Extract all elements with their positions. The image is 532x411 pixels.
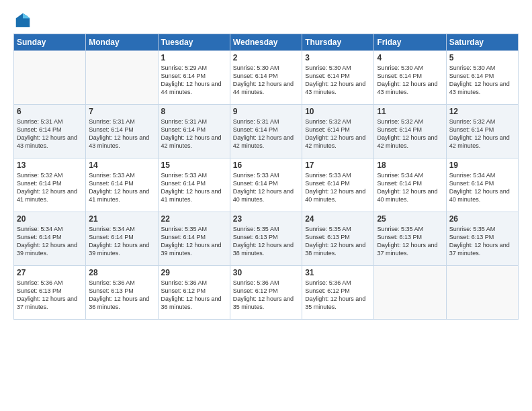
calendar-cell: [374, 266, 446, 320]
day-info: Sunrise: 5:35 AMSunset: 6:14 PMDaylight:…: [161, 225, 227, 258]
calendar-cell: 29Sunrise: 5:36 AMSunset: 6:12 PMDayligh…: [158, 266, 230, 320]
calendar-cell: 30Sunrise: 5:36 AMSunset: 6:12 PMDayligh…: [230, 266, 302, 320]
calendar-cell: 15Sunrise: 5:33 AMSunset: 6:14 PMDayligh…: [158, 158, 230, 212]
day-info: Sunrise: 5:33 AMSunset: 6:14 PMDaylight:…: [161, 171, 227, 204]
day-number: 18: [377, 161, 443, 170]
day-number: 8: [161, 107, 227, 116]
day-header-wednesday: Wednesday: [230, 34, 302, 51]
day-header-monday: Monday: [86, 34, 158, 51]
calendar-cell: 6Sunrise: 5:31 AMSunset: 6:14 PMDaylight…: [14, 105, 86, 158]
day-info: Sunrise: 5:31 AMSunset: 6:14 PMDaylight:…: [17, 118, 83, 150]
day-number: 1: [161, 53, 227, 62]
day-info: Sunrise: 5:34 AMSunset: 6:14 PMDaylight:…: [89, 225, 154, 258]
calendar-cell: 5Sunrise: 5:30 AMSunset: 6:14 PMDaylight…: [446, 51, 518, 105]
day-number: 12: [449, 107, 515, 116]
day-number: 24: [305, 214, 371, 224]
calendar-table: SundayMondayTuesdayWednesdayThursdayFrid…: [13, 34, 519, 320]
calendar-cell: 20Sunrise: 5:34 AMSunset: 6:14 PMDayligh…: [14, 212, 86, 266]
day-number: 13: [17, 161, 83, 170]
calendar-cell: 3Sunrise: 5:30 AMSunset: 6:14 PMDaylight…: [302, 51, 374, 105]
day-info: Sunrise: 5:36 AMSunset: 6:13 PMDaylight:…: [89, 279, 154, 312]
day-number: 4: [377, 53, 443, 62]
calendar-cell: 17Sunrise: 5:33 AMSunset: 6:14 PMDayligh…: [302, 158, 374, 212]
day-info: Sunrise: 5:30 AMSunset: 6:14 PMDaylight:…: [305, 64, 371, 97]
day-info: Sunrise: 5:30 AMSunset: 6:14 PMDaylight:…: [377, 64, 443, 97]
calendar-cell: 1Sunrise: 5:29 AMSunset: 6:14 PMDaylight…: [158, 51, 230, 105]
day-info: Sunrise: 5:30 AMSunset: 6:14 PMDaylight:…: [233, 64, 299, 97]
day-info: Sunrise: 5:31 AMSunset: 6:14 PMDaylight:…: [233, 118, 299, 150]
day-header-tuesday: Tuesday: [158, 34, 230, 51]
calendar-cell: 14Sunrise: 5:33 AMSunset: 6:14 PMDayligh…: [86, 158, 158, 212]
logo-icon: [13, 11, 32, 30]
calendar-cell: 4Sunrise: 5:30 AMSunset: 6:14 PMDaylight…: [374, 51, 446, 105]
day-number: 25: [377, 214, 443, 224]
day-number: 30: [233, 268, 299, 277]
day-info: Sunrise: 5:31 AMSunset: 6:14 PMDaylight:…: [161, 118, 227, 150]
calendar-week-1: 1Sunrise: 5:29 AMSunset: 6:14 PMDaylight…: [14, 51, 519, 105]
day-header-friday: Friday: [374, 34, 446, 51]
day-number: 14: [89, 161, 154, 170]
calendar-cell: 28Sunrise: 5:36 AMSunset: 6:13 PMDayligh…: [86, 266, 158, 320]
calendar-cell: 13Sunrise: 5:32 AMSunset: 6:14 PMDayligh…: [14, 158, 86, 212]
day-number: 2: [233, 53, 299, 62]
calendar-cell: 12Sunrise: 5:32 AMSunset: 6:14 PMDayligh…: [446, 105, 518, 158]
day-info: Sunrise: 5:32 AMSunset: 6:14 PMDaylight:…: [17, 171, 83, 204]
day-number: 15: [161, 161, 227, 170]
calendar-cell: 31Sunrise: 5:36 AMSunset: 6:12 PMDayligh…: [302, 266, 374, 320]
day-header-thursday: Thursday: [302, 34, 374, 51]
day-number: 29: [161, 268, 227, 277]
calendar-cell: [14, 51, 86, 105]
logo: [13, 11, 35, 30]
day-info: Sunrise: 5:32 AMSunset: 6:14 PMDaylight:…: [449, 118, 515, 150]
day-info: Sunrise: 5:34 AMSunset: 6:14 PMDaylight:…: [449, 171, 515, 204]
calendar-cell: [86, 51, 158, 105]
day-number: 7: [89, 107, 154, 116]
day-number: 19: [449, 161, 515, 170]
day-info: Sunrise: 5:35 AMSunset: 6:13 PMDaylight:…: [233, 225, 299, 258]
day-number: 10: [305, 107, 371, 116]
day-number: 6: [17, 107, 83, 116]
day-number: 31: [305, 268, 371, 277]
day-number: 28: [89, 268, 154, 277]
calendar-cell: 27Sunrise: 5:36 AMSunset: 6:13 PMDayligh…: [14, 266, 86, 320]
day-info: Sunrise: 5:34 AMSunset: 6:14 PMDaylight:…: [377, 171, 443, 204]
calendar-cell: 11Sunrise: 5:32 AMSunset: 6:14 PMDayligh…: [374, 105, 446, 158]
day-number: 22: [161, 214, 227, 224]
day-info: Sunrise: 5:29 AMSunset: 6:14 PMDaylight:…: [161, 64, 227, 97]
day-info: Sunrise: 5:31 AMSunset: 6:14 PMDaylight:…: [89, 118, 154, 150]
day-info: Sunrise: 5:33 AMSunset: 6:14 PMDaylight:…: [89, 171, 154, 204]
day-info: Sunrise: 5:32 AMSunset: 6:14 PMDaylight:…: [305, 118, 371, 150]
day-info: Sunrise: 5:35 AMSunset: 6:13 PMDaylight:…: [449, 225, 515, 258]
calendar-cell: 24Sunrise: 5:35 AMSunset: 6:13 PMDayligh…: [302, 212, 374, 266]
calendar-header-row: SundayMondayTuesdayWednesdayThursdayFrid…: [14, 34, 519, 51]
calendar-cell: 25Sunrise: 5:35 AMSunset: 6:13 PMDayligh…: [374, 212, 446, 266]
day-info: Sunrise: 5:30 AMSunset: 6:14 PMDaylight:…: [449, 64, 515, 97]
day-number: 26: [449, 214, 515, 224]
day-number: 11: [377, 107, 443, 116]
day-info: Sunrise: 5:36 AMSunset: 6:12 PMDaylight:…: [305, 279, 371, 312]
day-number: 3: [305, 53, 371, 62]
calendar-cell: [446, 266, 518, 320]
svg-marker-2: [23, 13, 30, 18]
day-header-saturday: Saturday: [446, 34, 518, 51]
calendar-cell: 21Sunrise: 5:34 AMSunset: 6:14 PMDayligh…: [86, 212, 158, 266]
day-number: 23: [233, 214, 299, 224]
calendar-cell: 2Sunrise: 5:30 AMSunset: 6:14 PMDaylight…: [230, 51, 302, 105]
day-info: Sunrise: 5:33 AMSunset: 6:14 PMDaylight:…: [233, 171, 299, 204]
calendar-cell: 19Sunrise: 5:34 AMSunset: 6:14 PMDayligh…: [446, 158, 518, 212]
calendar-week-3: 13Sunrise: 5:32 AMSunset: 6:14 PMDayligh…: [14, 158, 519, 212]
calendar-week-4: 20Sunrise: 5:34 AMSunset: 6:14 PMDayligh…: [14, 212, 519, 266]
day-number: 9: [233, 107, 299, 116]
calendar-week-5: 27Sunrise: 5:36 AMSunset: 6:13 PMDayligh…: [14, 266, 519, 320]
day-info: Sunrise: 5:33 AMSunset: 6:14 PMDaylight:…: [305, 171, 371, 204]
calendar-cell: 9Sunrise: 5:31 AMSunset: 6:14 PMDaylight…: [230, 105, 302, 158]
page: SundayMondayTuesdayWednesdayThursdayFrid…: [0, 0, 532, 411]
calendar-cell: 8Sunrise: 5:31 AMSunset: 6:14 PMDaylight…: [158, 105, 230, 158]
day-info: Sunrise: 5:35 AMSunset: 6:13 PMDaylight:…: [377, 225, 443, 258]
calendar-cell: 22Sunrise: 5:35 AMSunset: 6:14 PMDayligh…: [158, 212, 230, 266]
day-number: 27: [17, 268, 83, 277]
day-number: 16: [233, 161, 299, 170]
day-info: Sunrise: 5:36 AMSunset: 6:12 PMDaylight:…: [233, 279, 299, 312]
day-info: Sunrise: 5:34 AMSunset: 6:14 PMDaylight:…: [17, 225, 83, 258]
header: [13, 11, 519, 30]
